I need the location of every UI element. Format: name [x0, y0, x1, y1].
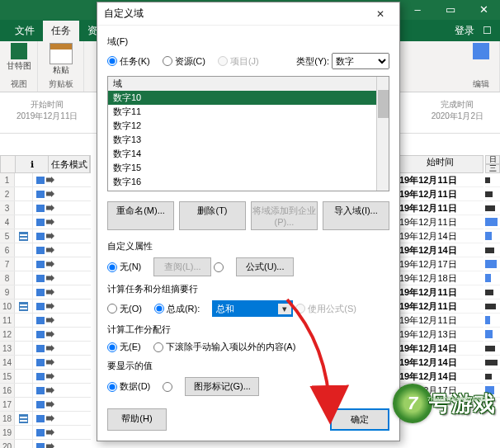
- end-date-cell[interactable]: 19年12月14日: [397, 356, 483, 370]
- radio-attr-none-input[interactable]: [107, 262, 117, 272]
- list-item[interactable]: 数字13: [108, 133, 389, 147]
- list-item[interactable]: 数字10: [108, 91, 389, 105]
- table-row[interactable]: 11: [0, 314, 91, 328]
- table-row[interactable]: 17: [0, 398, 91, 412]
- radio-resource[interactable]: 资源(C): [163, 55, 205, 68]
- table-row[interactable]: 19: [0, 426, 91, 440]
- end-date-cell[interactable]: 19年12月11日: [397, 314, 483, 328]
- end-date-cell[interactable]: 19年12月13日: [397, 328, 483, 342]
- end-date-cell[interactable]: 19年12月11日: [397, 215, 483, 229]
- end-date-cell[interactable]: 19年12月18日: [397, 271, 483, 285]
- radio-assign-none-input[interactable]: [107, 342, 117, 352]
- radio-attr-none[interactable]: 无(N): [107, 261, 141, 273]
- ok-button[interactable]: 确定: [330, 408, 389, 431]
- minimize-button[interactable]: –: [401, 0, 434, 20]
- table-row[interactable]: 8: [0, 271, 91, 285]
- table-row[interactable]: 12: [0, 328, 91, 342]
- radio-display-data-input[interactable]: [107, 382, 117, 392]
- scrollbar-thumb[interactable]: [378, 90, 389, 118]
- radio-rollup-none-input[interactable]: [107, 304, 117, 314]
- edit-button[interactable]: [473, 43, 489, 60]
- formula-button[interactable]: 公式(U)...: [236, 257, 294, 276]
- radio-attr-formula-input[interactable]: [214, 262, 224, 272]
- list-item[interactable]: 数字12: [108, 119, 389, 133]
- table-row[interactable]: 16: [0, 384, 91, 398]
- type-select[interactable]: 数字: [332, 53, 389, 69]
- end-date-cell[interactable]: 19年12月11日: [397, 201, 483, 215]
- row-number: 12: [0, 328, 15, 341]
- end-date-cell[interactable]: 19年12月11日: [397, 173, 483, 187]
- table-row[interactable]: 6: [0, 243, 91, 257]
- scrollbar[interactable]: [376, 77, 389, 191]
- table-row[interactable]: 9: [0, 285, 91, 299]
- radio-display-graphic-input[interactable]: [163, 382, 172, 392]
- table-row[interactable]: 18: [0, 412, 91, 426]
- radio-rollup-none[interactable]: 无(O): [107, 303, 142, 315]
- radio-assign-none[interactable]: 无(E): [107, 341, 141, 353]
- radio-task[interactable]: 任务(K): [107, 55, 150, 68]
- end-date-cell[interactable]: 19年12月11日: [397, 285, 483, 299]
- add-to-enterprise-button: 将域添加到企业(P)...: [251, 201, 318, 230]
- radio-display-data[interactable]: 数据(D): [107, 380, 150, 393]
- end-date-cell[interactable]: 19年12月14日: [397, 243, 483, 257]
- end-date-cell[interactable]: 19年12月14日: [397, 342, 483, 356]
- row-number: 18: [0, 412, 15, 425]
- close-window-button[interactable]: ✕: [467, 0, 500, 20]
- table-row[interactable]: 13: [0, 342, 91, 356]
- end-date-cell[interactable]: 19年12月11日: [397, 299, 483, 314]
- end-date-cell[interactable]: 19年12月17日: [397, 257, 483, 271]
- rename-button[interactable]: 重命名(M)...: [107, 201, 174, 230]
- radio-rollup-sum-input[interactable]: [154, 304, 164, 314]
- table-row[interactable]: 15: [0, 370, 91, 384]
- list-item[interactable]: 数字14: [108, 147, 389, 161]
- arrow-right-icon: [46, 443, 54, 448]
- graphic-indicators-button[interactable]: 图形标记(G)...: [185, 377, 259, 396]
- radio-project-input: [218, 56, 228, 66]
- end-date-cell[interactable]: 19年12月14日: [397, 229, 483, 243]
- gantt-chart-button[interactable]: 甘特图: [7, 43, 31, 72]
- tab-file[interactable]: 文件: [7, 21, 43, 41]
- field-listbox[interactable]: 域 数字10数字11数字12数字13数字14数字15数字16数字17: [107, 76, 389, 191]
- radio-use-formula-input: [295, 304, 305, 314]
- gantt-bar: [485, 248, 494, 253]
- end-date-header[interactable]: 始时间: [427, 156, 454, 172]
- import-field-button[interactable]: 导入域(I)...: [323, 201, 389, 230]
- table-row[interactable]: 10: [0, 299, 91, 314]
- help-button[interactable]: 帮助(H): [107, 408, 167, 431]
- table-row[interactable]: 20: [0, 440, 91, 448]
- table-row[interactable]: 3: [0, 201, 91, 215]
- table-row[interactable]: 4: [0, 215, 91, 229]
- table-row[interactable]: 1: [0, 173, 91, 187]
- info-header[interactable]: ℹ: [16, 156, 49, 172]
- timeline-start-date: 2019年12月11日: [17, 111, 78, 122]
- mode-header[interactable]: 任务模式: [49, 156, 90, 172]
- dialog-title-bar[interactable]: 自定义域 ✕: [97, 2, 399, 26]
- radio-assign-rolldown[interactable]: 下滚除手动输入项以外的内容(A): [153, 341, 296, 353]
- end-date-cell[interactable]: 19年12月11日: [397, 187, 483, 201]
- paste-button[interactable]: 粘贴: [50, 43, 73, 76]
- list-item[interactable]: 数字16: [108, 175, 389, 189]
- radio-assign-rolldown-input[interactable]: [153, 342, 163, 352]
- arrow-right-icon: [46, 387, 54, 394]
- close-icon[interactable]: ✕: [368, 8, 393, 20]
- radio-attr-formula[interactable]: [214, 262, 224, 272]
- end-date-cell[interactable]: 19年12月17日: [397, 384, 483, 398]
- table-row[interactable]: 14: [0, 356, 91, 370]
- end-date-cell[interactable]: 19年12月14日: [397, 370, 483, 384]
- radio-task-input[interactable]: [107, 56, 117, 66]
- table-row[interactable]: 5: [0, 229, 91, 243]
- list-item[interactable]: 数字11: [108, 105, 389, 119]
- radio-rollup-sum[interactable]: 总成(R):: [154, 303, 200, 315]
- share-icon[interactable]: ☐: [483, 25, 492, 36]
- maximize-button[interactable]: ▭: [434, 0, 467, 20]
- radio-display-graphic[interactable]: [163, 382, 172, 392]
- list-item[interactable]: 数字17: [108, 189, 389, 191]
- table-row[interactable]: 2: [0, 187, 91, 201]
- delete-button[interactable]: 删除(T): [179, 201, 246, 230]
- rollup-select[interactable]: 总和 ▾: [212, 300, 293, 317]
- table-row[interactable]: 7: [0, 257, 91, 271]
- radio-resource-input[interactable]: [163, 56, 172, 66]
- list-item[interactable]: 数字15: [108, 161, 389, 175]
- tab-task[interactable]: 任务: [43, 21, 79, 41]
- login-button[interactable]: 登录: [455, 24, 474, 38]
